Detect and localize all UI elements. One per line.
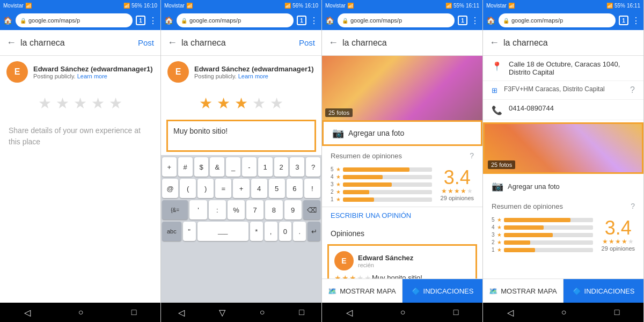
key-dquote[interactable]: " <box>183 222 196 241</box>
key-plus[interactable]: + <box>162 157 177 177</box>
star-2-4[interactable]: ★ <box>252 94 266 112</box>
key-colon[interactable]: : <box>209 200 226 219</box>
keyboard-2: + # $ & _ - 1 2 3 ? @ ( ) = + 4 5 6 ! <box>161 155 321 303</box>
star-2-5[interactable]: ★ <box>270 94 283 112</box>
learn-more-2[interactable]: Learn more <box>238 73 268 79</box>
key-enter[interactable]: ↵ <box>308 222 320 241</box>
home-nav-1[interactable]: ○ <box>78 308 84 317</box>
home-nav-3[interactable]: ○ <box>400 308 406 317</box>
back-nav-4[interactable]: ◁ <box>507 308 514 318</box>
help-icon-4[interactable]: ? <box>630 85 635 95</box>
review-input-2[interactable]: Muy bonito sitio! <box>166 120 316 152</box>
triangle-nav[interactable]: ▽ <box>219 308 225 318</box>
star-2-1[interactable]: ★ <box>199 94 213 112</box>
key-equals[interactable]: = <box>215 179 231 198</box>
star-1-2[interactable]: ★ <box>56 94 69 112</box>
show-map-btn-4[interactable]: 🗺️ MOSTRAR MAPA <box>483 279 563 303</box>
key-7[interactable]: 7 <box>246 200 264 219</box>
back-arrow-4[interactable]: ← <box>489 37 499 48</box>
key-amp[interactable]: & <box>210 157 224 177</box>
add-photo-btn-3[interactable]: 📷 Agregar una foto <box>322 120 482 146</box>
write-review-3[interactable]: ESCRIBIR UNA OPINIÓN <box>322 207 482 224</box>
back-arrow-2[interactable]: ← <box>167 37 177 48</box>
key-1[interactable]: 1 <box>258 157 273 177</box>
recents-nav-3[interactable]: □ <box>453 308 459 317</box>
key-exclaim[interactable]: ! <box>304 179 320 198</box>
key-9[interactable]: 9 <box>284 200 302 219</box>
star-1-4[interactable]: ★ <box>91 94 105 112</box>
key-star[interactable]: * <box>250 222 263 241</box>
menu-dots-2[interactable]: ⋮ <box>310 16 318 26</box>
key-special[interactable]: {&= <box>162 200 188 219</box>
recents-nav-2[interactable]: □ <box>299 308 304 317</box>
url-box-1[interactable]: 🔒 google.com/maps/p <box>16 13 133 27</box>
menu-dots-1[interactable]: ⋮ <box>149 16 157 26</box>
key-dollar[interactable]: $ <box>194 157 209 177</box>
tab-count-1[interactable]: 1 <box>136 16 145 25</box>
recents-nav-4[interactable]: □ <box>614 308 620 317</box>
key-2[interactable]: 2 <box>274 157 289 177</box>
key-dot[interactable]: . <box>293 222 306 241</box>
key-open-paren[interactable]: ( <box>180 179 196 198</box>
post-button-2[interactable]: Post <box>299 38 315 47</box>
star-2-3[interactable]: ★ <box>235 94 248 112</box>
menu-dots-4[interactable]: ⋮ <box>632 16 640 26</box>
directions-btn-3[interactable]: 🔷 INDICACIONES <box>402 279 482 303</box>
key-abc[interactable]: abc <box>162 222 181 241</box>
tab-count-2[interactable]: 1 <box>297 16 306 25</box>
key-close-paren[interactable]: ) <box>197 179 214 198</box>
star-1-3[interactable]: ★ <box>74 94 87 112</box>
key-dash[interactable]: - <box>242 157 257 177</box>
carrier-3: Movistar <box>325 3 346 9</box>
help-icon-reviews-4[interactable]: ? <box>631 202 635 210</box>
key-plus2[interactable]: + <box>233 179 249 198</box>
keyboard-row-2: @ ( ) = + 4 5 6 ! <box>162 179 320 198</box>
home-icon-4[interactable]: 🏠 <box>486 16 495 25</box>
key-comma[interactable]: , <box>265 222 277 241</box>
url-box-3[interactable]: 🔒 google.com/maps/p <box>338 13 455 27</box>
back-nav-3[interactable]: ◁ <box>346 308 353 318</box>
show-map-btn-3[interactable]: 🗺️ MOSTRAR MAPA <box>322 279 402 303</box>
back-arrow-3[interactable]: ← <box>328 37 338 48</box>
home-icon-1[interactable]: 🏠 <box>3 16 12 25</box>
url-box-4[interactable]: 🔒 google.com/maps/p <box>499 13 616 27</box>
post-button-1[interactable]: Post <box>138 38 154 47</box>
tab-count-3[interactable]: 1 <box>458 16 467 25</box>
directions-btn-4[interactable]: 🔷 INDICACIONES <box>564 279 643 303</box>
key-question[interactable]: ? <box>306 157 320 177</box>
posting-public-1: Posting publicly. Learn more <box>33 73 153 79</box>
key-quote[interactable]: ' <box>189 200 207 219</box>
key-8[interactable]: 8 <box>265 200 282 219</box>
key-4[interactable]: 4 <box>251 179 267 198</box>
bar-row-1: 1 ★ <box>331 196 432 202</box>
key-6[interactable]: 6 <box>287 179 303 198</box>
key-0[interactable]: 0 <box>279 222 292 241</box>
backspace-key[interactable]: ⌫ <box>303 200 320 219</box>
home-nav-2[interactable]: ○ <box>260 308 265 317</box>
back-arrow-1[interactable]: ← <box>6 37 16 48</box>
home-nav-4[interactable]: ○ <box>561 308 567 317</box>
key-percent[interactable]: % <box>228 200 245 219</box>
key-hash[interactable]: # <box>178 157 193 177</box>
add-photo-btn-4[interactable]: 📷 Agregar una foto <box>483 176 643 196</box>
star-1-1[interactable]: ★ <box>38 94 52 112</box>
home-icon-2[interactable]: 🏠 <box>164 16 173 25</box>
learn-more-1[interactable]: Learn more <box>77 73 107 79</box>
back-nav-2[interactable]: ◁ <box>178 308 185 318</box>
tab-count-4[interactable]: 1 <box>619 16 628 25</box>
back-nav-1[interactable]: ◁ <box>24 308 31 318</box>
menu-dots-3[interactable]: ⋮ <box>471 16 479 26</box>
key-space[interactable]: ___ <box>197 222 248 241</box>
address-row-4: 📍 Calle 18 de Octubre, Caracas 1040, Dis… <box>483 56 643 81</box>
recents-nav-1[interactable]: □ <box>131 308 137 317</box>
star-2-2[interactable]: ★ <box>217 94 230 112</box>
key-underscore[interactable]: _ <box>226 157 240 177</box>
url-box-2[interactable]: 🔒 google.com/maps/p <box>177 13 294 27</box>
key-5[interactable]: 5 <box>269 179 285 198</box>
help-icon-3[interactable]: ? <box>470 151 474 160</box>
bottom-nav-4: ◁ ○ □ <box>483 303 643 322</box>
key-at[interactable]: @ <box>162 179 178 198</box>
star-1-5[interactable]: ★ <box>109 94 122 112</box>
home-icon-3[interactable]: 🏠 <box>325 16 334 25</box>
key-3[interactable]: 3 <box>290 157 304 177</box>
